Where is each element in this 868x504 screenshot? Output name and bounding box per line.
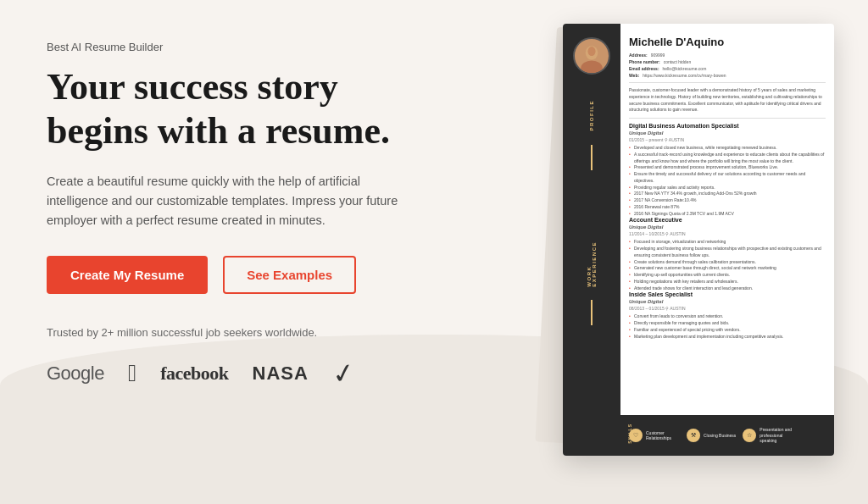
phone-row: Phone number: contact hidden: [629, 59, 826, 64]
google-logo: Google: [47, 363, 104, 385]
job1-bullet8: 2016 Renewal rate 87%: [629, 204, 826, 211]
job3-bullet1: Convert from leads to conversion and ret…: [629, 313, 826, 320]
job-company-3: Unique Digital: [629, 299, 826, 304]
skill-label-1: Customer Relationships: [646, 430, 680, 441]
resume-avatar: [573, 37, 610, 75]
job1-bullet9: 2016 NA Signings Quota of 2.3M TCV and 1…: [629, 211, 826, 218]
job1-bullet2: A successful track-record using knowledg…: [629, 152, 826, 165]
profile-text: Passionate, customer-focused leader with…: [629, 87, 826, 114]
resume-card: PROFILE WORKEXPERIENCE Michelle D'Aquino…: [563, 24, 834, 456]
apple-logo: : [128, 362, 136, 385]
job1-bullet1: Developed and closed new business, while…: [629, 145, 826, 152]
job-date-1: 01/2015 – present ⚲ AUSTIN: [629, 137, 826, 142]
job2-bullet3: Create solutions demand through sales ca…: [629, 259, 826, 266]
job-company-2: Unique Digital: [629, 224, 826, 230]
job1-bullet7: 2017 NA Conversion Rate:10.4%: [629, 197, 826, 204]
resume-divider-2: [629, 118, 826, 119]
job1-bullet6: 2017 New NA YTY 34.4% growth, including …: [629, 191, 826, 197]
job3-bullet2: Directly responsible for managing quotes…: [629, 320, 826, 327]
job3-bullet4: Marketing plan development and implement…: [629, 334, 826, 341]
skills-sidebar-label: SKILLS: [627, 424, 632, 444]
hero-description: Create a beautiful resume quickly with t…: [47, 172, 409, 231]
job1-bullet4: Ensure the timely and successful deliver…: [629, 171, 826, 185]
job2-bullet7: Attended trade shows for client interact…: [629, 285, 826, 292]
skill-label-2: Closing Business: [704, 433, 736, 439]
job-company-1: Unique Digital: [629, 130, 826, 136]
svg-point-4: [587, 47, 595, 56]
job-date-2: 11/2014 – 10/2015 ⚲ AUSTIN: [629, 231, 826, 236]
skill-item-3: ☆ Presentation and professional speaking: [743, 427, 793, 444]
resume-divider-1: [629, 82, 826, 83]
skill-item-2: ⚒ Closing Business: [687, 429, 736, 442]
logos-row: Google  facebook NASA ✓: [47, 357, 409, 390]
trusted-label: Trusted by 2+ million successful job see…: [47, 326, 409, 339]
job-title-1: Digital Business Automation Specialist: [629, 123, 826, 129]
sidebar-divider-2: [591, 300, 593, 325]
skill-icon-2: ⚒: [687, 429, 700, 442]
skill-label-3: Presentation and professional speaking: [760, 427, 793, 444]
web-row: Web: https://www.kickresume.com/cv/mary-…: [629, 73, 826, 78]
job2-bullet1: Focused in storage, virtualization and n…: [629, 239, 826, 246]
buttons-row: Create My Resume See Examples: [47, 256, 409, 294]
resume-sidebar: PROFILE WORKEXPERIENCE: [563, 24, 620, 456]
resume-candidate-name: Michelle D'Aquino: [629, 36, 826, 48]
see-examples-button[interactable]: See Examples: [223, 256, 356, 294]
resume-main-content: Michelle D'Aquino Address: 909999 Phone …: [620, 24, 834, 456]
job-title-2: Account Executive: [629, 217, 826, 223]
job2-bullet5: Identifying up-sell opportunities with c…: [629, 272, 826, 279]
main-container: Best AI Resume Builder Your success stor…: [0, 0, 868, 504]
work-sidebar-label: WORKEXPERIENCE: [587, 241, 597, 287]
nike-logo: ✓: [330, 356, 358, 391]
job-title-3: Inside Sales Specialist: [629, 291, 826, 297]
subtitle-label: Best AI Resume Builder: [47, 41, 409, 53]
job2-bullet6: Holding negotiations with key retailers …: [629, 279, 826, 285]
skill-icon-3: ☆: [743, 429, 756, 442]
nasa-logo: NASA: [253, 363, 309, 385]
sidebar-divider-1: [591, 145, 593, 170]
left-panel: Best AI Resume Builder Your success stor…: [0, 0, 451, 504]
job3-bullet3: Familiar and experienced of special pric…: [629, 327, 826, 334]
job1-bullet5: Providing regular sales and activity rep…: [629, 185, 826, 191]
skill-item-1: ♡ Customer Relationships: [629, 429, 680, 442]
avatar-image: [575, 37, 609, 75]
profile-sidebar-label: PROFILE: [589, 100, 594, 131]
skills-bar: SKILLS ♡ Customer Relationships ⚒ Closin…: [620, 415, 834, 456]
main-heading: Your success story begins with a resume.: [47, 65, 409, 153]
job1-bullet3: Presented and demonstrated process impro…: [629, 164, 826, 171]
email-row: Email address: hello@kickresume.com: [629, 66, 826, 71]
job-date-3: 08/2013 – 01/2015 ⚲ AUSTIN: [629, 306, 826, 311]
facebook-logo: facebook: [160, 363, 228, 385]
right-panel: PROFILE WORKEXPERIENCE Michelle D'Aquino…: [451, 0, 868, 504]
address-row: Address: 909999: [629, 53, 826, 58]
create-resume-button[interactable]: Create My Resume: [47, 256, 208, 294]
job2-bullet2: Developing and fostering strong business…: [629, 246, 826, 259]
job2-bullet4: Generated new customer base through dire…: [629, 265, 826, 272]
